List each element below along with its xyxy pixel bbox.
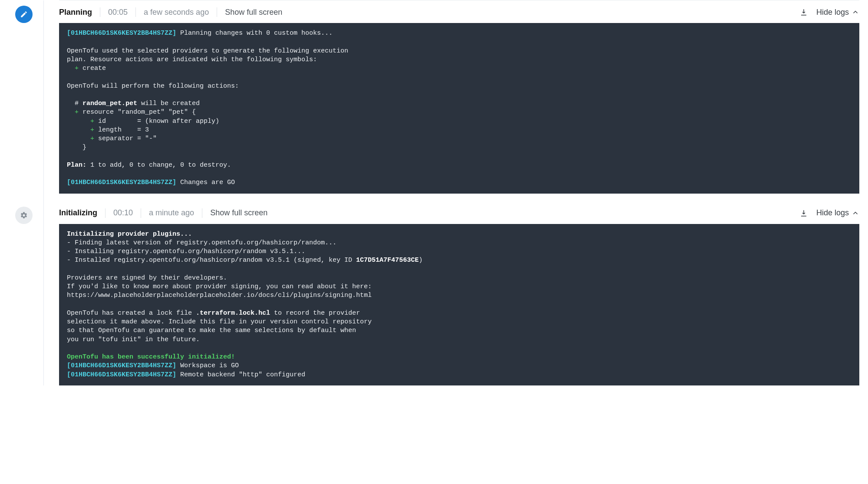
stage-initializing: Initializing 00:10 a minute ago Show ful… [43,201,859,385]
hide-logs-label: Hide logs [816,8,849,17]
hide-logs-button[interactable]: Hide logs [816,208,859,217]
pencil-icon [15,6,33,23]
show-full-screen-button[interactable]: Show full screen [225,8,282,17]
divider [141,208,141,218]
stage-duration: 00:05 [108,8,128,17]
chevron-up-icon [851,8,859,16]
terminal-initializing[interactable]: Initializing provider plugins... - Findi… [59,224,859,385]
hide-logs-label: Hide logs [816,208,849,217]
stage-title: Initializing [59,208,97,217]
stage-title: Planning [59,8,92,17]
show-full-screen-button[interactable]: Show full screen [210,208,267,217]
terminal-planning[interactable]: [01HBCH66D1SK6KESY2BB4HS7ZZ] Planning ch… [59,23,859,194]
hide-logs-button[interactable]: Hide logs [816,8,859,17]
stage-duration: 00:10 [113,208,133,217]
divider [217,7,217,17]
divider [105,208,106,218]
divider [100,7,100,17]
download-logs-button[interactable] [800,209,808,217]
divider [135,7,136,17]
stage-planning: Planning 00:05 a few seconds ago Show fu… [43,0,859,194]
download-logs-button[interactable] [800,8,808,16]
download-icon [800,209,808,217]
stage-relative-time: a minute ago [149,208,194,217]
stage-header-planning: Planning 00:05 a few seconds ago Show fu… [43,0,859,23]
stage-header-initializing: Initializing 00:10 a minute ago Show ful… [43,201,859,224]
chevron-up-icon [851,209,859,217]
download-icon [800,8,808,16]
gear-icon [15,207,33,224]
stage-relative-time: a few seconds ago [144,8,209,17]
divider [202,208,202,218]
